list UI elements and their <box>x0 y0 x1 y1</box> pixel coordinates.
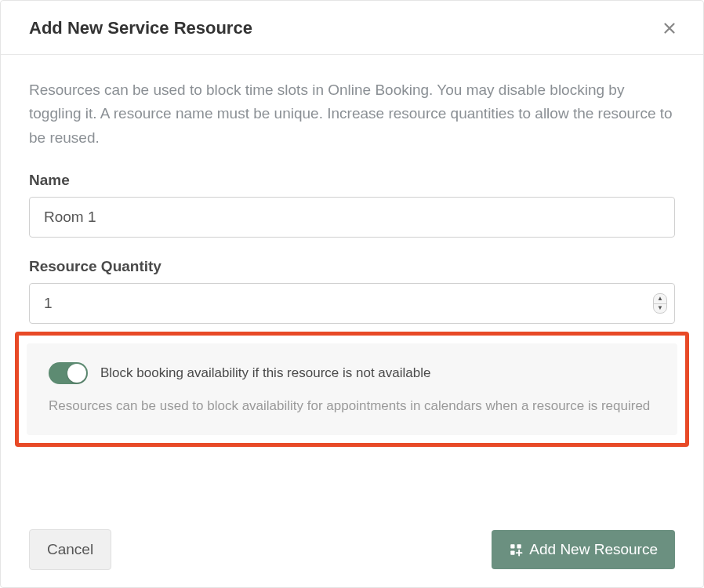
svg-rect-2 <box>511 551 515 555</box>
quantity-field-group: Resource Quantity ▲ ▼ <box>29 258 675 324</box>
quantity-spinner: ▲ ▼ <box>653 293 667 314</box>
quantity-input[interactable] <box>29 283 675 324</box>
modal-header: Add New Service Resource <box>1 1 703 55</box>
chevron-down-icon: ▼ <box>657 305 663 311</box>
quantity-label: Resource Quantity <box>29 258 675 275</box>
block-availability-panel: Block booking availability if this resou… <box>27 343 677 435</box>
toggle-description: Resources can be used to block availabil… <box>49 395 655 416</box>
chevron-up-icon: ▲ <box>657 296 663 302</box>
modal-description: Resources can be used to block time slot… <box>29 78 675 150</box>
name-input[interactable] <box>29 197 675 238</box>
close-button[interactable] <box>658 16 681 40</box>
quantity-increment[interactable]: ▲ <box>654 294 666 304</box>
quantity-input-wrapper: ▲ ▼ <box>29 283 675 324</box>
toggle-knob <box>67 364 86 383</box>
quantity-decrement[interactable]: ▼ <box>654 304 666 314</box>
modal-body: Resources can be used to block time slot… <box>1 55 703 520</box>
close-icon <box>661 20 678 37</box>
add-resource-button-label: Add New Resource <box>529 541 658 558</box>
toggle-label: Block booking availability if this resou… <box>100 365 430 381</box>
add-resource-modal: Add New Service Resource Resources can b… <box>0 0 704 588</box>
cancel-button[interactable]: Cancel <box>29 529 111 570</box>
cancel-button-label: Cancel <box>47 541 93 558</box>
name-field-group: Name <box>29 172 675 238</box>
toggle-row: Block booking availability if this resou… <box>49 362 655 384</box>
modal-footer: Cancel Add New Resource <box>1 520 703 587</box>
block-availability-toggle[interactable] <box>49 362 88 384</box>
svg-rect-0 <box>511 544 515 548</box>
add-grid-icon <box>509 543 523 557</box>
name-label: Name <box>29 172 675 189</box>
svg-rect-1 <box>517 544 521 548</box>
highlight-annotation: Block booking availability if this resou… <box>15 332 689 447</box>
add-resource-button[interactable]: Add New Resource <box>492 530 675 569</box>
modal-title: Add New Service Resource <box>29 18 252 38</box>
